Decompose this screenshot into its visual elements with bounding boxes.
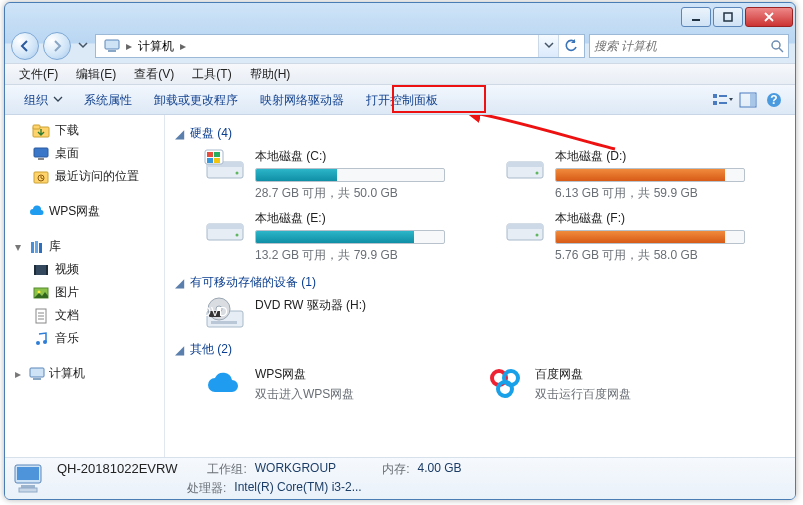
cmd-help[interactable]: ? [761,89,787,111]
drive-item[interactable]: 本地磁盘 (F:) 5.76 GB 可用，共 58.0 GB [505,210,765,264]
search-box[interactable] [589,34,789,58]
removable-grid: DVD DVD RW 驱动器 (H:) [205,297,785,331]
cmd-system-properties[interactable]: 系统属性 [73,88,143,112]
wps-cloud-icon [29,204,45,220]
svg-rect-38 [207,158,213,163]
drive-item[interactable]: 本地磁盘 (D:) 6.13 GB 可用，共 59.9 GB [505,148,765,202]
details-cpu-label: 处理器: [187,480,226,497]
cmd-uninstall-programs[interactable]: 卸载或更改程序 [143,88,249,112]
menu-bar: 文件(F) 编辑(E) 查看(V) 工具(T) 帮助(H) [5,63,795,85]
navigation-pane: 下载 桌面 最近访问的位置 WPS网盘 ▾ 库 [5,115,165,457]
section-header-other[interactable]: ◢ 其他 (2) [175,341,785,358]
menu-file[interactable]: 文件(F) [11,64,66,85]
drive-free-text: 28.7 GB 可用，共 50.0 GB [255,185,465,202]
svg-point-45 [236,234,239,237]
section-header-removable[interactable]: ◢ 有可移动存储的设备 (1) [175,274,785,291]
nav-downloads[interactable]: 下载 [5,119,164,142]
nav-desktop[interactable]: 桌面 [5,142,164,165]
svg-rect-21 [39,243,42,253]
breadcrumb-sep: ▸ [124,39,134,53]
back-button[interactable] [11,32,39,60]
downloads-folder-icon [33,123,49,139]
cmd-view-options[interactable] [709,89,735,111]
svg-rect-7 [719,95,727,97]
menu-help[interactable]: 帮助(H) [242,64,299,85]
svg-rect-30 [30,368,44,377]
svg-rect-50 [211,321,237,324]
window-close-button[interactable] [745,7,793,27]
nav-libraries[interactable]: ▾ 库 [5,235,164,258]
cmd-organize[interactable]: 组织 [13,88,73,112]
drive-item[interactable]: 本地磁盘 (E:) 13.2 GB 可用，共 79.9 GB [205,210,465,264]
other-sub: 双击进入WPS网盘 [255,386,354,403]
video-icon [33,262,49,278]
nav-label: 库 [49,238,61,255]
nav-row: ▸ 计算机 ▸ [5,31,795,63]
cmd-map-network-drive[interactable]: 映射网络驱动器 [249,88,355,112]
nav-computer[interactable]: ▸ 计算机 [5,362,164,385]
cmd-preview-pane[interactable] [735,89,761,111]
window-minimize-button[interactable] [681,7,711,27]
menu-tools[interactable]: 工具(T) [184,64,239,85]
nav-documents[interactable]: 文档 [5,304,164,327]
drive-item[interactable]: 本地磁盘 (C:) 28.7 GB 可用，共 50.0 GB [205,148,465,202]
hard-drive-icon [205,210,245,244]
svg-rect-23 [34,265,36,275]
window-maximize-button[interactable] [713,7,743,27]
details-memory-label: 内存: [382,461,409,478]
details-cpu-value: Intel(R) Core(TM) i3-2... [234,480,361,497]
svg-rect-39 [214,158,220,163]
drive-grid: 本地磁盘 (C:) 28.7 GB 可用，共 50.0 GB 本地磁盘 (D:)… [205,148,785,264]
other-item[interactable]: WPS网盘 双击进入WPS网盘 [205,364,455,404]
triangle-collapse-icon: ◢ [175,276,184,290]
drive-usage-bar [555,168,745,182]
svg-rect-6 [713,101,717,105]
drive-name: 本地磁盘 (E:) [255,210,465,227]
svg-rect-37 [214,152,220,157]
svg-rect-8 [719,102,727,104]
address-dropdown[interactable] [538,35,558,57]
refresh-icon [564,39,578,53]
svg-rect-61 [19,488,37,492]
address-bar[interactable]: ▸ 计算机 ▸ [95,34,585,58]
search-input[interactable] [594,39,766,53]
menu-view[interactable]: 查看(V) [126,64,182,85]
svg-text:DVD: DVD [202,305,228,319]
forward-button[interactable] [43,32,71,60]
removable-name: DVD RW 驱动器 (H:) [255,297,465,314]
chevron-right-icon: ▸ [15,367,25,381]
other-grid: WPS网盘 双击进入WPS网盘 百度网盘 双击运行百度网盘 [205,364,785,404]
drive-usage-bar [255,230,445,244]
details-workgroup-value: WORKGROUP [255,461,336,478]
cmd-label: 组织 [24,93,48,107]
svg-rect-31 [33,378,41,380]
drive-free-text: 13.2 GB 可用，共 79.9 GB [255,247,465,264]
pictures-icon [33,285,49,301]
explorer-window: ▸ 计算机 ▸ 文件(F) 编辑(E) 查看(V) 工具(T) 帮助(H) 组织 [4,2,796,500]
svg-point-29 [43,340,47,344]
view-icon [713,93,731,107]
svg-point-28 [36,341,40,345]
wps-cloud-icon [205,364,245,404]
nav-history-dropdown[interactable] [75,33,91,59]
minimize-icon [691,12,701,22]
section-title: 其他 (2) [190,341,232,358]
nav-music[interactable]: 音乐 [5,327,164,350]
nav-pictures[interactable]: 图片 [5,281,164,304]
svg-rect-0 [692,19,700,21]
cmd-label: 系统属性 [84,93,132,107]
other-item[interactable]: 百度网盘 双击运行百度网盘 [485,364,735,404]
breadcrumb-root[interactable]: ▸ 计算机 ▸ [98,35,194,57]
refresh-button[interactable] [558,35,582,57]
removable-item[interactable]: DVD DVD RW 驱动器 (H:) [205,297,465,331]
nav-wps[interactable]: WPS网盘 [5,200,164,223]
chevron-down-icon [79,42,87,50]
cmd-open-control-panel[interactable]: 打开控制面板 [355,88,449,112]
nav-videos[interactable]: 视频 [5,258,164,281]
svg-rect-1 [724,13,732,21]
section-header-drives[interactable]: ◢ 硬盘 (4) [175,125,785,142]
drive-name: 本地磁盘 (D:) [555,148,765,165]
menu-edit[interactable]: 编辑(E) [68,64,124,85]
nav-recent-places[interactable]: 最近访问的位置 [5,165,164,188]
command-bar: 组织 系统属性 卸载或更改程序 映射网络驱动器 打开控制面板 ? [5,85,795,115]
